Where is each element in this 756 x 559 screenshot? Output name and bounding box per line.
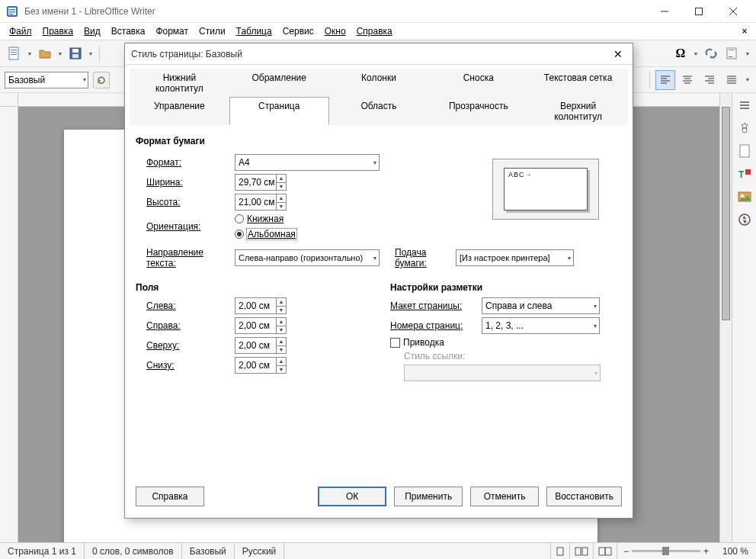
close-window-button[interactable] [716,0,750,23]
navigator-icon[interactable] [735,210,754,229]
menu-view[interactable]: Вид [79,24,105,38]
margin-right-spin[interactable]: 2,00 см▲▼ [235,317,287,334]
update-style-icon[interactable] [93,72,110,88]
align-justify-icon[interactable] [722,70,742,90]
menu-insert[interactable]: Вставка [107,24,150,38]
open-icon[interactable] [35,43,55,63]
align-right-icon[interactable] [700,70,719,90]
sidebar-menu-icon[interactable] [735,96,754,114]
label-height: Высота: [136,197,235,207]
menu-format[interactable]: Формат [151,24,193,38]
menu-styles[interactable]: Стили [194,24,230,38]
margin-bottom-spin[interactable]: 2,00 см▲▼ [235,357,287,374]
zoom-out-icon[interactable]: − [623,546,629,557]
open-dropdown[interactable]: ▾ [56,50,64,57]
status-view-single-icon[interactable] [551,543,570,559]
reset-button[interactable]: Восстановить [546,487,622,506]
radio-portrait[interactable]: Книжная [235,214,296,224]
gallery-icon[interactable] [735,188,754,206]
tab-footer[interactable]: Нижний колонтитул [130,69,229,97]
new-doc-icon[interactable] [5,43,24,63]
formatbar-overflow[interactable]: ▾ [744,76,751,83]
textdir-combo[interactable]: Слева-направо (горизонтально)▾ [235,249,380,266]
tab-organizer[interactable]: Управление [130,97,229,125]
status-style[interactable]: Базовый [182,543,235,559]
vertical-ruler[interactable] [0,107,18,542]
height-spin[interactable]: 21,00 см ▲▼ [235,194,287,210]
tab-header[interactable]: Верхний колонтитул [528,97,628,125]
tab-textgrid[interactable]: Текстовая сетка [528,69,628,97]
menu-window[interactable]: Окно [320,24,351,38]
maximize-button[interactable] [681,0,716,23]
save-dropdown[interactable]: ▾ [87,50,94,57]
status-view-multi-icon[interactable] [570,543,594,559]
format-combo[interactable]: A4▾ [235,154,380,171]
sidebar-tabs: T [732,93,756,542]
pagelayout-combo[interactable]: Справа и слева▾ [482,297,600,314]
properties-icon[interactable] [735,119,754,137]
close-document-icon[interactable]: × [738,24,751,38]
dialog-close-icon[interactable]: ✕ [610,46,626,63]
label-pagelayout: Макет страницы: [390,300,482,311]
margin-top-spin[interactable]: 2,00 см▲▼ [235,337,287,354]
status-words[interactable]: 0 слов, 0 символов [85,543,182,559]
scrollbar-thumb[interactable] [722,107,730,320]
menu-file[interactable]: Файл [5,24,37,38]
new-doc-dropdown[interactable]: ▾ [26,50,34,57]
special-char-dropdown[interactable]: ▾ [692,50,700,57]
tab-area[interactable]: Область [329,97,429,125]
apply-button[interactable]: Применить [394,487,463,506]
label-tray: Подача бумаги: [380,247,456,268]
paragraph-style-combo[interactable]: Базовый ▾ [5,72,88,88]
margin-left-spin[interactable]: 2,00 см▲▼ [235,297,287,314]
hyperlink-icon[interactable] [701,43,721,63]
svg-rect-2 [9,9,15,10]
textdir-value: Слева-направо (горизонтально) [239,253,363,262]
radio-landscape[interactable]: Альбомная [235,229,296,239]
zoom-slider[interactable] [632,550,700,552]
footnote-icon[interactable] [722,43,742,63]
tab-transparency[interactable]: Прозрачность [428,97,528,125]
ok-button[interactable]: ОК [318,487,386,506]
label-format: Формат: [136,157,235,168]
minimize-button[interactable] [647,0,681,23]
menu-edit[interactable]: Правка [38,24,78,38]
menu-tools[interactable]: Сервис [278,24,319,38]
zoom-in-icon[interactable]: + [703,546,709,557]
menu-table[interactable]: Таблица [232,24,277,38]
align-left-icon[interactable] [655,70,675,90]
dialog-title: Стиль страницы: Базовый [131,49,610,59]
special-char-icon[interactable]: Ω [671,43,690,63]
format-value: A4 [239,157,250,168]
save-icon[interactable] [66,43,85,63]
tab-borders[interactable]: Обрамление [229,69,329,97]
ruler-corner [0,93,18,107]
width-spin[interactable]: 29,70 см ▲▼ [235,174,287,191]
cancel-button[interactable]: Отменить [470,487,539,506]
help-button[interactable]: Справка [136,487,204,506]
toolbar-overflow[interactable]: ▾ [744,50,751,57]
titlebar: Без имени 1 - LibreOffice Writer [0,0,756,23]
svg-rect-4 [9,14,13,14]
dialog-titlebar[interactable]: Стиль страницы: Базовый ✕ [125,43,633,65]
tab-footnote[interactable]: Сноска [428,69,528,97]
align-group: ▾ [646,70,751,90]
tab-columns[interactable]: Колонки [329,69,429,97]
register-checkbox[interactable]: Приводка [390,337,444,348]
tray-combo[interactable]: [Из настроек принтера]▾ [456,249,574,266]
pagenum-combo[interactable]: 1, 2, 3, ...▾ [482,317,600,334]
vertical-scrollbar[interactable] [719,93,732,542]
status-language[interactable]: Русский [235,543,285,559]
label-margin-left: Слева: [136,300,235,311]
menu-help[interactable]: Справка [352,24,397,38]
page-panel-icon[interactable] [735,142,754,160]
label-textdir: Направление текста: [136,247,235,268]
align-center-icon[interactable] [678,70,697,90]
status-page[interactable]: Страница 1 из 1 [0,543,85,559]
status-view-book-icon[interactable] [594,543,617,559]
svg-rect-10 [11,50,17,50]
tab-page[interactable]: Страница [229,97,329,125]
app-icon [6,5,18,18]
styles-panel-icon[interactable]: T [735,165,754,183]
status-zoom-value[interactable]: 100 % [715,543,756,559]
